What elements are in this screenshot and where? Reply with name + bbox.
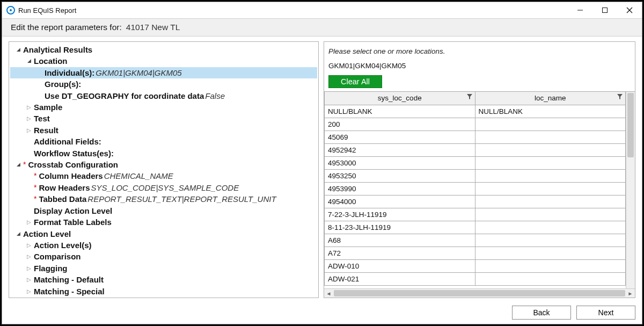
- table-row[interactable]: A68: [325, 234, 626, 247]
- cell-loc-name: [475, 234, 626, 247]
- footer: Back Next: [2, 301, 642, 324]
- tree-item[interactable]: Format Table Labels: [10, 216, 317, 228]
- tree-item[interactable]: Use DT_GEOGRAPHY for coordinate data Fal…: [10, 90, 317, 102]
- close-button[interactable]: [617, 2, 642, 18]
- tree-item[interactable]: Matching - Default: [10, 274, 317, 285]
- tree-item[interactable]: Sample: [10, 102, 317, 113]
- clear-all-button[interactable]: Clear All: [328, 75, 382, 88]
- cell-sys-loc-code: 4954000: [325, 195, 475, 208]
- caret-closed-icon[interactable]: [25, 264, 33, 272]
- parameter-tree[interactable]: Analytical ResultsLocationIndividual(s):…: [10, 44, 317, 297]
- table-row[interactable]: 4953000: [325, 156, 626, 169]
- minimize-button[interactable]: [568, 2, 592, 18]
- tree-item[interactable]: Action Level: [10, 228, 317, 240]
- scrollbar-thumb[interactable]: [627, 93, 634, 157]
- caret-open-icon[interactable]: [25, 57, 33, 65]
- cell-loc-name: [475, 156, 626, 169]
- table-row[interactable]: 8-11-23-JLH-11919: [325, 221, 626, 234]
- column-header-loc-name[interactable]: loc_name: [475, 92, 626, 105]
- table-row[interactable]: ADW-021: [325, 272, 626, 285]
- subheader-label: Edit the report parameters for:: [11, 23, 122, 32]
- tree-item[interactable]: Location: [10, 55, 317, 67]
- cell-loc-name: [475, 208, 626, 221]
- next-button[interactable]: Next: [576, 306, 635, 320]
- tree-item-label: Action Level(s): [34, 240, 92, 251]
- tree-item-label: Test: [34, 113, 50, 124]
- filter-icon[interactable]: [617, 93, 623, 102]
- tree-item[interactable]: Flagging: [10, 263, 317, 274]
- table-row[interactable]: 7-22-3-JLH-11919: [325, 208, 626, 221]
- table-row[interactable]: NULL/BLANKNULL/BLANK: [325, 105, 626, 118]
- svg-rect-1: [603, 8, 608, 13]
- caret-none: [25, 149, 33, 157]
- table-row[interactable]: 4954000: [325, 195, 626, 208]
- tree-item[interactable]: Individual(s): GKM01|GKM04|GKM05: [10, 67, 317, 78]
- caret-closed-icon[interactable]: [25, 104, 33, 111]
- filter-icon[interactable]: [466, 93, 473, 102]
- required-star: *: [34, 182, 36, 193]
- tree-item[interactable]: *Column Headers CHEMICAL_NAME: [10, 170, 317, 182]
- vertical-scrollbar[interactable]: [626, 91, 635, 288]
- cell-loc-name: [475, 272, 626, 285]
- table-row[interactable]: 4953990: [325, 182, 626, 195]
- tree-item-value: False: [205, 90, 225, 102]
- tree-item-label: Analytical Results: [23, 44, 92, 55]
- tree-item[interactable]: *Crosstab Configuration: [10, 159, 317, 170]
- table-row[interactable]: A72: [325, 247, 626, 259]
- tree-item[interactable]: Group(s):: [10, 78, 317, 90]
- table-row[interactable]: ADW-010: [325, 259, 626, 272]
- cell-loc-name: [475, 259, 626, 272]
- caret-none: [25, 207, 33, 214]
- tree-item[interactable]: Comparison: [10, 251, 317, 262]
- caret-open-icon[interactable]: [14, 46, 22, 54]
- tree-item-label: Individual(s):: [45, 67, 94, 78]
- tree-item-label: Matching - Default: [34, 274, 104, 285]
- tree-item-label: Flagging: [34, 263, 68, 274]
- caret-none: [36, 81, 43, 88]
- tree-item[interactable]: *Tabbed Data REPORT_RESULT_TEXT|REPORT_R…: [10, 193, 317, 205]
- tree-item[interactable]: Analytical Results: [10, 44, 317, 55]
- caret-closed-icon[interactable]: [25, 127, 33, 134]
- tree-item-value: CHEMICAL_NAME: [104, 170, 173, 182]
- horizontal-scrollbar[interactable]: ◄ ►: [324, 288, 635, 298]
- table-row[interactable]: 4953250: [325, 169, 626, 182]
- caret-closed-icon[interactable]: [25, 219, 33, 226]
- back-button[interactable]: Back: [512, 306, 571, 320]
- maximize-button[interactable]: [592, 2, 617, 18]
- caret-closed-icon[interactable]: [25, 287, 33, 295]
- caret-closed-icon[interactable]: [25, 276, 33, 284]
- table-row[interactable]: 45069: [325, 131, 626, 143]
- required-star: *: [23, 159, 26, 170]
- caret-closed-icon[interactable]: [25, 253, 33, 260]
- location-picker-panel: Please select one or more locations. GKM…: [324, 41, 635, 298]
- tree-item[interactable]: Matching - Special: [10, 286, 317, 297]
- caret-none: [36, 69, 43, 77]
- caret-none: [25, 184, 33, 192]
- table-row[interactable]: 4952942: [325, 143, 626, 156]
- table-row[interactable]: 200: [325, 118, 626, 131]
- tree-item[interactable]: Display Action Level: [10, 205, 317, 216]
- scroll-left-arrow[interactable]: ◄: [324, 289, 333, 298]
- location-grid[interactable]: sys_loc_code loc_name: [324, 91, 626, 288]
- cell-loc-name: [475, 169, 626, 182]
- scrollbar-thumb[interactable]: [334, 290, 625, 296]
- tree-item[interactable]: Result: [10, 125, 317, 136]
- tree-item[interactable]: Additional Fields:: [10, 136, 317, 147]
- tree-item[interactable]: Action Level(s): [10, 240, 317, 251]
- content-area: Analytical ResultsLocationIndividual(s):…: [2, 37, 642, 301]
- column-header-sys-loc-code[interactable]: sys_loc_code: [325, 92, 475, 105]
- cell-sys-loc-code: 4953250: [325, 169, 475, 182]
- caret-open-icon[interactable]: [14, 230, 22, 237]
- tree-item-label: Sample: [34, 102, 62, 113]
- cell-loc-name: [475, 195, 626, 208]
- tree-item[interactable]: *Row Headers SYS_LOC_CODE|SYS_SAMPLE_COD…: [10, 182, 317, 193]
- tree-item[interactable]: Workflow Status(es):: [10, 148, 317, 159]
- caret-closed-icon[interactable]: [25, 242, 33, 249]
- cell-loc-name: [475, 247, 626, 259]
- caret-closed-icon[interactable]: [25, 115, 33, 122]
- tree-item[interactable]: Test: [10, 113, 317, 124]
- scroll-right-arrow[interactable]: ►: [626, 289, 635, 298]
- tree-item-label: Column Headers: [39, 170, 103, 182]
- close-icon: [626, 7, 633, 13]
- caret-open-icon[interactable]: [14, 161, 22, 169]
